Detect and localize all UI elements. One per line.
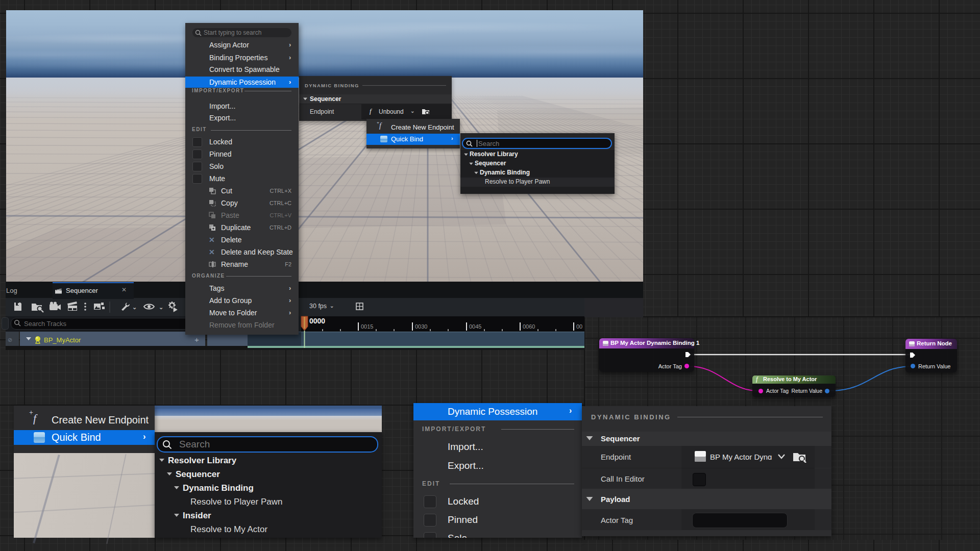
svg-text:00: 00 (576, 323, 582, 330)
svg-text:0060: 0060 (523, 323, 535, 330)
svg-text:0015: 0015 (361, 323, 373, 330)
svg-text:⌄: ⌄ (132, 304, 137, 310)
svg-text:⌄: ⌄ (159, 304, 163, 310)
svg-text:0030: 0030 (415, 323, 427, 330)
svg-text:0045: 0045 (469, 323, 481, 330)
